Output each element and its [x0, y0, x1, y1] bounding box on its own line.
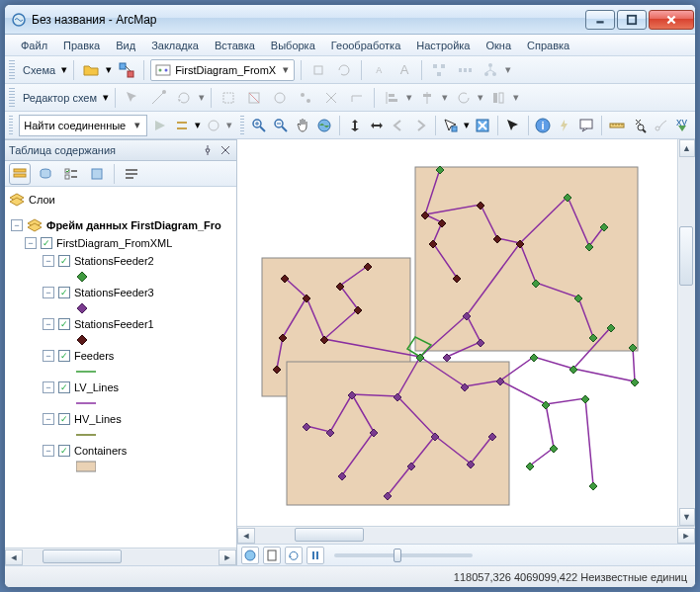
expander-l1[interactable]: − — [43, 287, 54, 298]
generate-schematic-icon[interactable] — [116, 59, 137, 81]
layer-label-3[interactable]: Feeders — [74, 350, 114, 362]
time-slider-thumb[interactable] — [394, 549, 401, 562]
align-icon[interactable] — [428, 59, 450, 81]
distribute-icon[interactable] — [454, 59, 476, 81]
list-by-visibility-icon[interactable] — [60, 163, 82, 185]
zoom-in-fixed-icon[interactable] — [346, 115, 364, 136]
map-scroll-right[interactable]: ► — [677, 528, 695, 544]
expander-l4[interactable]: − — [43, 381, 54, 393]
toc-tree[interactable]: Слои − Фрейм данных FirstDiagram_Fro − F… — [5, 187, 236, 548]
expander-l6[interactable]: − — [43, 445, 54, 457]
align-left-icon — [381, 87, 402, 109]
menu-file[interactable]: Файл — [13, 40, 55, 51]
group-label[interactable]: FirstDiagram_FromXML — [56, 237, 172, 249]
layer-label-5[interactable]: HV_Lines — [74, 413, 122, 425]
checkbox-l6[interactable] — [58, 445, 70, 457]
menu-windows[interactable]: Окна — [478, 40, 519, 51]
map-hscroll-thumb[interactable] — [295, 528, 364, 542]
toc-header[interactable]: Таблица содержания — [5, 139, 236, 161]
propagate-icon — [307, 59, 329, 81]
list-by-drawing-icon[interactable] — [9, 163, 31, 185]
checkbox-l5[interactable] — [58, 413, 70, 425]
trace-settings-icon[interactable] — [173, 115, 191, 136]
menu-geoprocessing[interactable]: Геообработка — [323, 40, 409, 51]
map-hscroll[interactable]: ◄ ► — [237, 526, 695, 544]
map-scroll-up[interactable]: ▲ — [679, 139, 695, 157]
toc-hscroll[interactable]: ◄ ► — [5, 548, 236, 565]
map-vscroll[interactable]: ▲ ▼ — [677, 139, 695, 526]
map-scroll-left[interactable]: ◄ — [237, 528, 255, 544]
select-features-icon[interactable] — [442, 115, 460, 136]
layers-root-label[interactable]: Слои — [29, 194, 55, 206]
minimize-button[interactable] — [585, 10, 615, 30]
go-to-xy-icon[interactable]: xy — [673, 115, 691, 136]
menu-customize[interactable]: Настройка — [408, 40, 478, 51]
layer-label-0[interactable]: StationsFeeder2 — [74, 255, 154, 267]
menu-view[interactable]: Вид — [108, 40, 143, 51]
pan-icon[interactable] — [294, 115, 311, 136]
menu-bookmark[interactable]: Закладка — [143, 40, 207, 51]
toolbar-grip-3[interactable] — [9, 116, 13, 135]
titlebar[interactable]: Без названия - ArcMap — [5, 5, 695, 35]
open-schematic-icon[interactable] — [80, 59, 102, 81]
data-view-icon[interactable] — [241, 547, 259, 564]
list-by-selection-icon[interactable] — [86, 163, 108, 185]
zoom-out-fixed-icon[interactable] — [368, 115, 386, 136]
expander-l2[interactable]: − — [43, 318, 54, 330]
map-canvas[interactable] — [237, 139, 677, 526]
clear-selection-icon[interactable] — [474, 115, 491, 136]
full-extent-icon[interactable] — [315, 115, 333, 136]
checkbox-l3[interactable] — [58, 350, 70, 362]
layer-label-1[interactable]: StationsFeeder3 — [74, 287, 154, 298]
toolbar-grip-2[interactable] — [9, 88, 15, 108]
schema-dropdown-arrow[interactable]: ▾ — [61, 63, 67, 76]
list-by-source-icon[interactable] — [35, 163, 56, 185]
close-button[interactable] — [649, 10, 694, 30]
expander-l5[interactable]: − — [43, 413, 54, 425]
menu-insert[interactable]: Вставка — [207, 40, 263, 51]
toc-scroll-left[interactable]: ◄ — [5, 550, 23, 565]
expander-group[interactable]: − — [25, 237, 37, 249]
map-scroll-down[interactable]: ▼ — [679, 508, 695, 526]
layer-label-6[interactable]: Containers — [74, 445, 127, 457]
trace-combo[interactable]: Найти соединенные об ▾ — [19, 115, 147, 136]
diagram-selector[interactable]: FirstDiagram_FromX ▾ — [150, 59, 295, 81]
layer-label-4[interactable]: LV_Lines — [74, 381, 119, 393]
open-schematic-dd[interactable]: ▾ — [106, 63, 112, 76]
layer-label-2[interactable]: StationsFeeder1 — [74, 318, 154, 330]
select-elements-icon[interactable] — [504, 115, 522, 136]
menu-help[interactable]: Справка — [519, 40, 577, 51]
group-checkbox[interactable] — [41, 237, 52, 249]
toc-scroll-right[interactable]: ► — [219, 550, 236, 565]
pin-icon[interactable] — [201, 143, 215, 157]
time-slider[interactable] — [334, 553, 473, 557]
zoom-out-icon[interactable] — [272, 115, 290, 136]
zoom-in-icon[interactable] — [250, 115, 268, 136]
checkbox-l4[interactable] — [58, 381, 70, 393]
maximize-button[interactable] — [617, 10, 647, 30]
html-popup-icon[interactable] — [577, 115, 595, 136]
toolbar-grip[interactable] — [9, 60, 15, 80]
layout-view-icon[interactable] — [263, 547, 281, 564]
toc-close-icon[interactable] — [219, 143, 232, 157]
toolbar-grip-4[interactable] — [240, 116, 244, 135]
find-icon[interactable] — [630, 115, 648, 136]
map-vscroll-thumb[interactable] — [679, 226, 693, 286]
checkbox-l0[interactable] — [58, 255, 70, 267]
dataframe-label[interactable]: Фрейм данных FirstDiagram_Fro — [46, 219, 221, 231]
pause-draw-icon[interactable] — [306, 547, 324, 564]
expander-l3[interactable]: − — [43, 350, 54, 362]
expander-dataframe[interactable]: − — [11, 219, 23, 231]
menu-edit[interactable]: Правка — [55, 40, 108, 51]
editor-dd[interactable]: ▾ — [103, 91, 109, 104]
tree-layout-icon[interactable] — [480, 59, 501, 81]
checkbox-l1[interactable] — [58, 287, 70, 298]
refresh-view-icon[interactable] — [285, 547, 303, 564]
menu-selection[interactable]: Выборка — [263, 40, 323, 51]
expander-l0[interactable]: − — [43, 255, 54, 267]
toc-options-icon[interactable] — [121, 163, 142, 185]
identify-icon[interactable]: i — [534, 115, 552, 136]
toc-scroll-thumb[interactable] — [43, 550, 122, 563]
measure-icon[interactable] — [608, 115, 626, 136]
checkbox-l2[interactable] — [58, 318, 70, 330]
